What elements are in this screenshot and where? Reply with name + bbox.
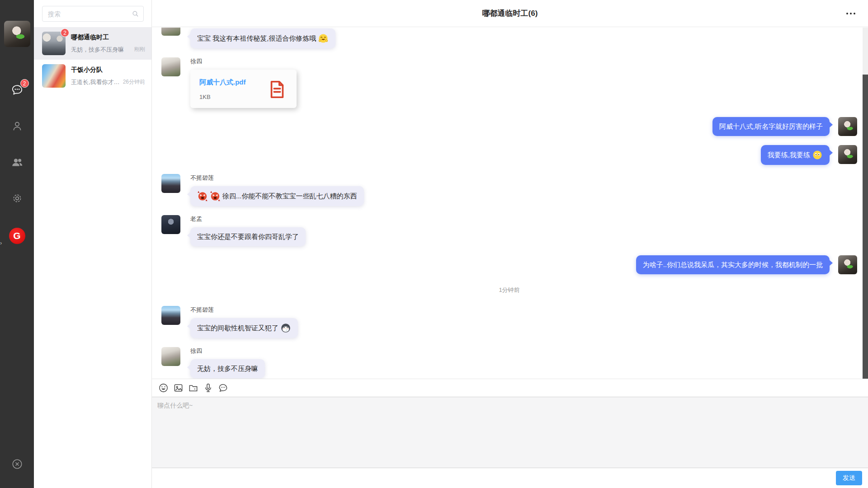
message-row-incoming: 徐四阿威十八式.pdf1KB (161, 57, 857, 108)
message-text: 徐四...你能不能不教宝宝一些乱七八糟的东西 (222, 191, 357, 201)
message-content: 宝宝 我这有本祖传秘笈,很适合你修炼哦 (190, 28, 335, 48)
app-sidebar: 2G (0, 0, 34, 488)
folder-icon[interactable] (188, 383, 198, 394)
sender-name: 徐四 (190, 57, 202, 66)
search-icon[interactable] (132, 10, 139, 18)
message-text: 我要练,我要练 (768, 150, 810, 160)
more-menu-button[interactable] (844, 11, 857, 16)
avatar[interactable] (161, 28, 180, 36)
user-avatar[interactable] (4, 21, 30, 47)
file-meta: 阿威十八式.pdf1KB (199, 78, 246, 100)
avatar[interactable] (161, 57, 180, 76)
message-row-outgoing: 为啥子..你们总说我呆瓜，其实大多的时候，我都机制的一批 (161, 255, 857, 274)
collapse-handle-icon[interactable]: › (0, 239, 2, 246)
sender-name: 老孟 (190, 215, 202, 223)
chat-preview-row: 无妨，技多不压身嘛刚刚 (71, 46, 145, 54)
message-row-incoming: 宝宝 我这有本祖传秘笈,很适合你修炼哦 (161, 28, 857, 48)
chat-title: 哪都通临时工(6) (482, 8, 538, 19)
chat-name: 哪都通临时工 (71, 33, 145, 42)
message-text: 宝宝你还是不要跟着你四哥乱学了 (197, 232, 299, 242)
sender-name: 不摇碧莲 (190, 174, 214, 182)
unread-badge: 2 (20, 79, 29, 88)
sidebar-item-contacts[interactable] (10, 119, 24, 133)
message-list: 宝宝 我这有本祖传秘笈,很适合你修炼哦 徐四阿威十八式.pdf1KB阿威十八式,… (152, 28, 868, 379)
avatar[interactable] (838, 117, 857, 136)
unread-badge: 2 (61, 28, 69, 37)
message-bubble: 为啥子..你们总说我呆瓜，其实大多的时候，我都机制的一批 (636, 255, 830, 274)
group-icon (11, 156, 24, 169)
sender-name: 不摇碧莲 (190, 306, 214, 314)
no-mouth-face-emoji (812, 150, 823, 160)
microphone-icon[interactable] (203, 383, 213, 394)
chat-bubble-icon[interactable] (217, 383, 228, 394)
message-text: 无妨，技多不压身嘛 (197, 364, 258, 374)
send-button[interactable]: 发送 (836, 471, 862, 485)
chat-avatar[interactable]: 2 (42, 32, 66, 55)
sidebar-item-settings[interactable] (10, 192, 24, 205)
penguin-sticker-emoji (280, 323, 291, 333)
message-content: 老孟宝宝你还是不要跟着你四哥乱学了 (190, 215, 306, 246)
message-bubble: 宝宝的间歇性机智证又犯了 (190, 318, 298, 338)
sidebar-item-groups[interactable] (10, 155, 24, 169)
sidebar-nav: 2G (9, 83, 25, 244)
chat-preview: 王道长,我看你才… (71, 78, 120, 86)
scrollbar-thumb[interactable] (863, 75, 868, 379)
message-bubble: 宝宝 我这有本祖传秘笈,很适合你修炼哦 (190, 28, 335, 48)
message-text: 宝宝的间歇性机智证又犯了 (197, 323, 278, 333)
input-area (152, 397, 868, 468)
input-footer: 发送 (152, 468, 868, 488)
message-content: 不摇碧莲 徐四...你能不能不教宝宝一些乱七八糟的东西 (190, 174, 364, 206)
time-divider: 1分钟前 (161, 286, 857, 294)
message-content: 徐四阿威十八式.pdf1KB (190, 57, 297, 108)
chat-preview-row: 王道长,我看你才…26分钟前 (71, 78, 145, 86)
chat-list-item[interactable]: 干饭小分队王道长,我看你才…26分钟前 (34, 60, 151, 92)
avatar[interactable] (838, 145, 857, 164)
message-text: 为啥子..你们总说我呆瓜，其实大多的时候，我都机制的一批 (643, 260, 823, 270)
search-bar (34, 0, 151, 27)
hugging-face-emoji (318, 33, 329, 44)
chat-name: 干饭小分队 (71, 66, 145, 74)
message-row-outgoing: 阿威十八式,听名字就好厉害的样子 (161, 117, 857, 136)
message-input[interactable] (152, 397, 868, 468)
brand-logo[interactable]: G (9, 228, 25, 244)
chat-item-info: 哪都通临时工无妨，技多不压身嘛刚刚 (71, 33, 145, 54)
enraged-face-emoji (210, 191, 221, 202)
chat-panel: 哪都通临时工(6) 宝宝 我这有本祖传秘笈,很适合你修炼哦 徐四阿威十八式.pd… (152, 0, 868, 488)
message-content: 不摇碧莲宝宝的间歇性机智证又犯了 (190, 306, 298, 338)
sidebar-item-chat[interactable]: 2 (10, 83, 24, 97)
scrollbar-track[interactable] (863, 28, 868, 379)
logout-button[interactable] (10, 457, 24, 471)
chat-list-panel: 2哪都通临时工无妨，技多不压身嘛刚刚干饭小分队王道长,我看你才…26分钟前 (34, 0, 152, 488)
file-attachment-card[interactable]: 阿威十八式.pdf1KB (190, 70, 297, 108)
avatar[interactable] (161, 306, 180, 325)
message-row-incoming: 老孟宝宝你还是不要跟着你四哥乱学了 (161, 215, 857, 246)
message-bubble: 宝宝你还是不要跟着你四哥乱学了 (190, 227, 306, 246)
gear-icon (11, 192, 23, 204)
message-content: 徐四无妨，技多不压身嘛 (190, 347, 265, 378)
message-bubble: 阿威十八式,听名字就好厉害的样子 (712, 117, 830, 136)
ellipsis-icon (846, 13, 848, 14)
emoji-picker-icon[interactable] (158, 383, 169, 394)
chat-list-item[interactable]: 2哪都通临时工无妨，技多不压身嘛刚刚 (34, 27, 151, 60)
chat-time: 刚刚 (134, 46, 145, 53)
search-input[interactable] (42, 6, 144, 22)
message-bubble: 我要练,我要练 (761, 145, 830, 165)
message-row-outgoing: 我要练,我要练 (161, 145, 857, 165)
image-icon[interactable] (173, 383, 184, 394)
avatar[interactable] (161, 174, 180, 193)
message-bubble: 徐四...你能不能不教宝宝一些乱七八糟的东西 (190, 186, 364, 206)
chat-header: 哪都通临时工(6) (152, 0, 868, 27)
chat-time: 26分钟前 (123, 78, 145, 86)
message-bubble: 无妨，技多不压身嘛 (190, 359, 265, 378)
file-size: 1KB (199, 94, 246, 100)
message-text: 阿威十八式,听名字就好厉害的样子 (719, 122, 823, 131)
message-row-incoming: 徐四无妨，技多不压身嘛 (161, 347, 857, 378)
avatar[interactable] (161, 215, 180, 234)
avatar[interactable] (161, 347, 180, 366)
avatar[interactable] (838, 255, 857, 274)
chat-avatar[interactable] (42, 64, 66, 88)
x-circle-icon (11, 458, 23, 470)
file-name-link[interactable]: 阿威十八式.pdf (199, 78, 246, 87)
sender-name: 徐四 (190, 347, 202, 355)
enraged-face-emoji (197, 191, 208, 202)
